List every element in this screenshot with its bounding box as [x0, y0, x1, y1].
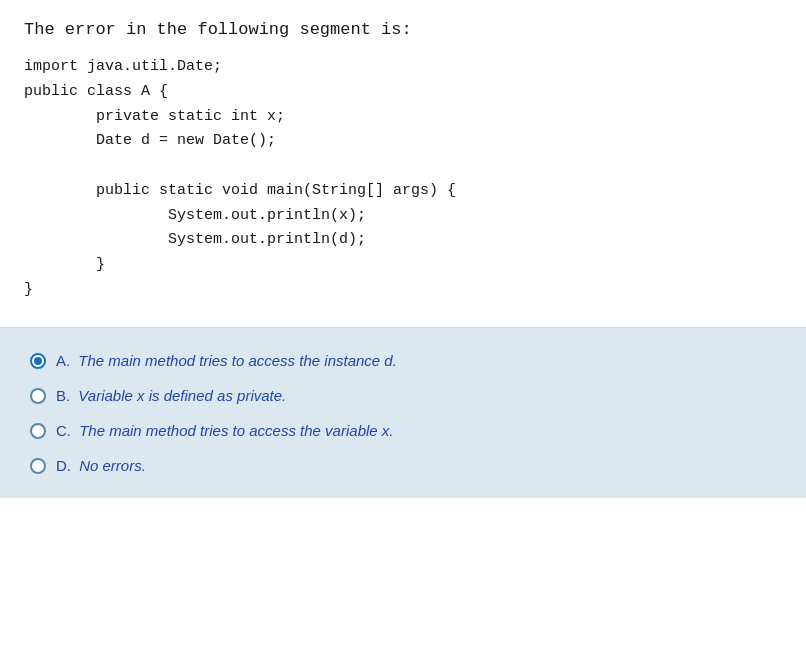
answer-label-d: D. No errors. — [56, 457, 146, 474]
answer-label-a: A. The main method tries to access the i… — [56, 352, 397, 369]
answer-letter-a: A. — [56, 352, 70, 369]
answer-item-c[interactable]: C. The main method tries to access the v… — [30, 422, 776, 439]
answer-item-a[interactable]: A. The main method tries to access the i… — [30, 352, 776, 369]
radio-c[interactable] — [30, 423, 46, 439]
radio-button-a[interactable] — [30, 353, 46, 369]
radio-button-b[interactable] — [30, 388, 46, 404]
radio-button-c[interactable] — [30, 423, 46, 439]
code-block: import java.util.Date; public class A { … — [24, 55, 782, 303]
answer-letter-b: B. — [56, 387, 70, 404]
answer-item-d[interactable]: D. No errors. — [30, 457, 776, 474]
answer-letter-d: D. — [56, 457, 71, 474]
radio-button-d[interactable] — [30, 458, 46, 474]
radio-a[interactable] — [30, 353, 46, 369]
answers-section: A. The main method tries to access the i… — [0, 328, 806, 498]
answer-label-c: C. The main method tries to access the v… — [56, 422, 393, 439]
radio-b[interactable] — [30, 388, 46, 404]
answer-letter-c: C. — [56, 422, 71, 439]
intro-text: The error in the following segment is: — [24, 20, 782, 39]
answer-label-b: B. Variable x is defined as private. — [56, 387, 286, 404]
answer-item-b[interactable]: B. Variable x is defined as private. — [30, 387, 776, 404]
radio-d[interactable] — [30, 458, 46, 474]
code-section: The error in the following segment is: i… — [0, 0, 806, 328]
